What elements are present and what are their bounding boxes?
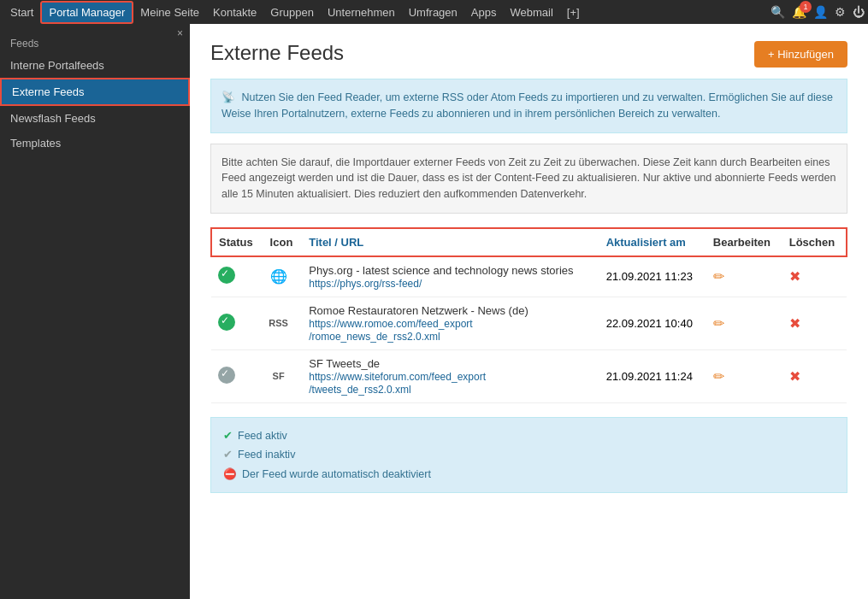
delete-cell-1: ✖ bbox=[782, 256, 847, 297]
title-url-cell: Romoe Restauratoren Netzwerk - News (de)… bbox=[302, 297, 599, 349]
info-text-1: Nutzen Sie den Feed Reader, um externe R… bbox=[221, 91, 833, 120]
nav-kontakte[interactable]: Kontakte bbox=[206, 3, 263, 22]
power-icon[interactable]: ⏻ bbox=[853, 5, 865, 19]
status-inactive-icon bbox=[218, 367, 235, 384]
feed-url-2[interactable]: https://www.romoe.com/feed_export/romoe_… bbox=[309, 318, 472, 343]
status-cell bbox=[211, 256, 263, 297]
feed-title-3: SF Tweets_de bbox=[309, 357, 592, 370]
info-text-2: Bitte achten Sie darauf, die Importdauer… bbox=[221, 156, 836, 201]
updated-cell-2: 22.09.2021 10:40 bbox=[599, 297, 706, 349]
legend-active-label: Feed aktiv bbox=[238, 426, 287, 446]
delete-cell-2: ✖ bbox=[782, 297, 847, 349]
edit-cell-2: ✏ bbox=[706, 297, 782, 349]
nav-plus[interactable]: [+] bbox=[560, 3, 587, 22]
delete-cell-3: ✖ bbox=[782, 349, 847, 402]
edit-cell-1: ✏ bbox=[706, 256, 782, 297]
col-status: Status bbox=[211, 228, 263, 256]
info-box-primary: 📡 Nutzen Sie den Feed Reader, um externe… bbox=[210, 79, 847, 133]
col-edit: Bearbeiten bbox=[706, 228, 782, 256]
info-box-secondary: Bitte achten Sie darauf, die Importdauer… bbox=[210, 144, 847, 214]
icon-cell: RSS bbox=[263, 297, 303, 349]
icon-cell: SF bbox=[263, 349, 303, 402]
title-url-cell: SF Tweets_de https://www.siteforum.com/f… bbox=[302, 349, 599, 402]
status-active-icon bbox=[218, 267, 235, 284]
nav-apps[interactable]: Apps bbox=[464, 3, 504, 22]
edit-icon-3[interactable]: ✏ bbox=[713, 369, 724, 384]
feed-url-3[interactable]: https://www.siteforum.com/feed_export/tw… bbox=[309, 371, 486, 396]
delete-icon-3[interactable]: ✖ bbox=[789, 369, 800, 384]
legend-item-error: ⛔ Der Feed wurde automatisch deaktiviert bbox=[223, 465, 835, 484]
notifications-badge: 1 bbox=[800, 1, 812, 13]
edit-icon-2[interactable]: ✏ bbox=[713, 316, 724, 331]
table-row: RSS Romoe Restauratoren Netzwerk - News … bbox=[211, 297, 847, 349]
sidebar: × Feeds Interne Portalfeeds Externe Feed… bbox=[0, 24, 190, 599]
sidebar-close-button[interactable]: × bbox=[177, 27, 183, 39]
legend-error-icon: ⛔ bbox=[223, 465, 237, 484]
main-content: + Hinzufügen Externe Feeds 📡 Nutzen Sie … bbox=[190, 24, 868, 599]
search-icon[interactable]: 🔍 bbox=[771, 5, 785, 19]
feed-icon-rss: RSS bbox=[270, 314, 287, 332]
table-row: 🌐 Phys.org - latest science and technolo… bbox=[211, 256, 847, 297]
nav-start[interactable]: Start bbox=[3, 3, 40, 22]
legend-box: ✔ Feed aktiv ✔ Feed inaktiv ⛔ Der Feed w… bbox=[210, 417, 847, 494]
nav-webmail[interactable]: Webmail bbox=[503, 3, 559, 22]
col-title-url: Titel / URL bbox=[302, 228, 599, 256]
legend-item-inactive: ✔ Feed inaktiv bbox=[223, 445, 835, 465]
sidebar-item-templates[interactable]: Templates bbox=[0, 131, 190, 156]
col-icon: Icon bbox=[263, 228, 303, 256]
title-url-cell: Phys.org - latest science and technology… bbox=[302, 256, 599, 297]
add-feed-button[interactable]: + Hinzufügen bbox=[754, 41, 847, 68]
edit-icon-1[interactable]: ✏ bbox=[713, 269, 724, 284]
sidebar-feeds-section: Feeds bbox=[0, 31, 190, 53]
status-cell bbox=[211, 297, 263, 349]
sidebar-item-newsflash-feeds[interactable]: Newsflash Feeds bbox=[0, 106, 190, 131]
legend-inactive-icon: ✔ bbox=[223, 445, 233, 465]
updated-cell-1: 21.09.2021 11:23 bbox=[599, 256, 706, 297]
legend-inactive-label: Feed inaktiv bbox=[238, 445, 295, 465]
feed-title-1: Phys.org - latest science and technology… bbox=[309, 264, 592, 277]
legend-active-icon: ✔ bbox=[223, 426, 233, 446]
status-cell bbox=[211, 349, 263, 402]
sidebar-item-externe-feeds[interactable]: Externe Feeds bbox=[0, 78, 190, 106]
col-updated: Aktualisiert am bbox=[599, 228, 706, 256]
top-navigation: Start Portal Manager Meine Seite Kontakt… bbox=[0, 0, 868, 24]
nav-unternehmen[interactable]: Unternehmen bbox=[321, 3, 402, 22]
nav-umfragen[interactable]: Umfragen bbox=[402, 3, 464, 22]
status-active-icon bbox=[218, 314, 235, 331]
feed-title-2: Romoe Restauratoren Netzwerk - News (de) bbox=[309, 304, 592, 317]
rss-icon: 📡 bbox=[221, 91, 235, 103]
delete-icon-2[interactable]: ✖ bbox=[789, 316, 800, 331]
settings-icon[interactable]: ⚙ bbox=[835, 5, 846, 19]
user-icon[interactable]: 👤 bbox=[813, 5, 828, 19]
legend-item-active: ✔ Feed aktiv bbox=[223, 426, 835, 446]
delete-icon-1[interactable]: ✖ bbox=[789, 269, 800, 284]
icon-cell: 🌐 bbox=[263, 256, 303, 297]
legend-error-label: Der Feed wurde automatisch deaktiviert bbox=[242, 465, 431, 484]
page-title: Externe Feeds bbox=[210, 41, 847, 65]
sidebar-item-interne-portalfeeds[interactable]: Interne Portalfeeds bbox=[0, 53, 190, 78]
nav-gruppen[interactable]: Gruppen bbox=[263, 3, 321, 22]
feed-icon-sf: SF bbox=[270, 367, 287, 385]
feed-icon-globe: 🌐 bbox=[270, 268, 287, 285]
nav-meine-seite[interactable]: Meine Seite bbox=[133, 3, 206, 22]
updated-cell-3: 21.09.2021 11:24 bbox=[599, 349, 706, 402]
notifications-icon[interactable]: 🔔 1 bbox=[792, 5, 806, 19]
feeds-table: Status Icon Titel / URL Aktualisiert am … bbox=[210, 227, 847, 403]
edit-cell-3: ✏ bbox=[706, 349, 782, 402]
table-row: SF SF Tweets_de https://www.siteforum.co… bbox=[211, 349, 847, 402]
feed-url-1[interactable]: https://phys.org/rss-feed/ bbox=[309, 278, 422, 290]
col-delete: Löschen bbox=[782, 228, 847, 256]
nav-portal-manager[interactable]: Portal Manager bbox=[40, 1, 133, 24]
